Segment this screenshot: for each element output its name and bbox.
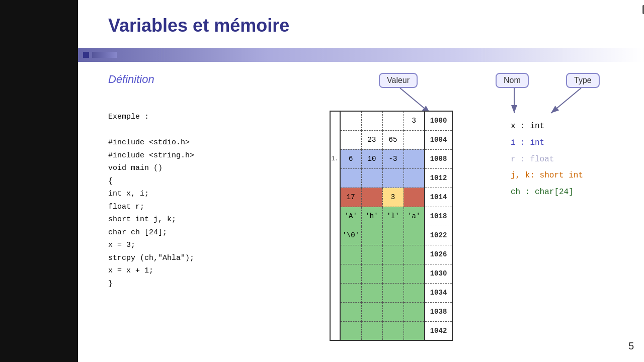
header-accent (92, 52, 117, 58)
memory-cell (361, 264, 382, 283)
memory-address: 1008 (425, 149, 452, 168)
memory-cell: 'h' (361, 207, 382, 226)
code-area: Exemple : #include <stdio.h> #include <s… (108, 111, 194, 290)
code-line-14: } (108, 278, 194, 291)
memory-address: 1014 (425, 188, 452, 207)
slide-title: Variables et mémoire (108, 15, 289, 36)
memory-cell (404, 168, 425, 188)
var-line-5: ch : char[24] (511, 184, 583, 201)
memory-table: 31000236510041.610-3100810121731014'A''h… (330, 111, 453, 341)
memory-cell: 6 (340, 149, 361, 168)
code-line-2 (108, 124, 194, 137)
var-line-2: r : float (511, 151, 583, 168)
memory-cell (340, 130, 361, 149)
memory-cell (361, 168, 382, 188)
code-line-6: { (108, 175, 194, 188)
var-line-4: j, k: short int (511, 167, 583, 184)
memory-cell (340, 111, 361, 130)
memory-cell (361, 188, 382, 207)
memory-cell (404, 264, 425, 283)
memory-address: 1018 (425, 207, 452, 226)
memory-cell: 'l' (382, 207, 404, 226)
memory-cell: 17 (340, 188, 361, 207)
memory-address: 1034 (425, 283, 452, 302)
code-line-7: int x, i; (108, 188, 194, 201)
code-line-11: x = 3; (108, 239, 194, 252)
memory-cell: '\0' (340, 226, 361, 245)
svg-line-1 (400, 88, 430, 113)
code-line-12: strcpy (ch,"Ahla"); (108, 252, 194, 265)
memory-cell (382, 168, 404, 188)
memory-address: 1042 (425, 321, 452, 340)
code-line-3: #include <stdio.h> (108, 136, 194, 149)
memory-cell (340, 168, 361, 188)
code-line-9: short int j, k; (108, 213, 194, 226)
memory-cell (361, 245, 382, 264)
memory-table-container: 31000236510041.610-3100810121731014'A''h… (330, 111, 453, 341)
memory-address: 1000 (425, 111, 452, 130)
memory-cell: 23 (361, 130, 382, 149)
memory-cell (404, 149, 425, 168)
memory-address: 1022 (425, 226, 452, 245)
var-line-0: x : int (511, 118, 583, 135)
memory-cell (361, 302, 382, 321)
left-sidebar (0, 0, 78, 362)
memory-cell (404, 302, 425, 321)
memory-address: 1030 (425, 264, 452, 283)
memory-cell (404, 130, 425, 149)
bubble-type: Type (566, 73, 600, 88)
definition-label: Définition (108, 73, 154, 86)
memory-address: 1004 (425, 130, 452, 149)
memory-cell (340, 302, 361, 321)
memory-cell (361, 321, 382, 340)
memory-cell (361, 226, 382, 245)
memory-cell (382, 264, 404, 283)
memory-cell (382, 111, 404, 130)
memory-cell: 3 (382, 188, 404, 207)
memory-cell: 10 (361, 149, 382, 168)
memory-cell (404, 321, 425, 340)
memory-cell (404, 226, 425, 245)
memory-cell (382, 321, 404, 340)
memory-cell (340, 245, 361, 264)
svg-line-3 (551, 88, 581, 113)
memory-cell (382, 302, 404, 321)
memory-cell: 3 (404, 111, 425, 130)
memory-address: 1026 (425, 245, 452, 264)
memory-address: 1012 (425, 168, 452, 188)
memory-cell (404, 245, 425, 264)
memory-cell (340, 321, 361, 340)
memory-address: 1038 (425, 302, 452, 321)
code-line-10: char ch [24]; (108, 226, 194, 239)
header-dots (83, 52, 119, 58)
memory-cell: -3 (382, 149, 404, 168)
memory-cell (340, 283, 361, 302)
code-line-1: Exemple : (108, 111, 194, 124)
memory-cell: 65 (382, 130, 404, 149)
header-dot-1 (83, 52, 89, 58)
var-line-1: i : int (511, 135, 583, 151)
memory-cell (361, 283, 382, 302)
code-line-8: float r; (108, 201, 194, 214)
memory-cell: 'A' (340, 207, 361, 226)
memory-cell (382, 226, 404, 245)
code-line-13: x = x + 1; (108, 264, 194, 278)
memory-cell (404, 188, 425, 207)
memory-cell (382, 245, 404, 264)
vars-area: x : inti : intr : floatj, k: short intch… (511, 118, 583, 201)
header-bar (78, 48, 644, 62)
bubble-nom: Nom (496, 73, 529, 88)
code-line-4: #include <string.h> (108, 149, 194, 162)
slide-content: Variables et mémoire Définition Valeur N… (78, 0, 644, 362)
code-line-5: void main () (108, 162, 194, 175)
memory-cell (361, 111, 382, 130)
memory-cell: 'a' (404, 207, 425, 226)
memory-cell (340, 264, 361, 283)
memory-cell (404, 283, 425, 302)
bubble-valeur: Valeur (379, 73, 418, 88)
memory-cell (382, 283, 404, 302)
page-number: 5 (628, 340, 634, 352)
